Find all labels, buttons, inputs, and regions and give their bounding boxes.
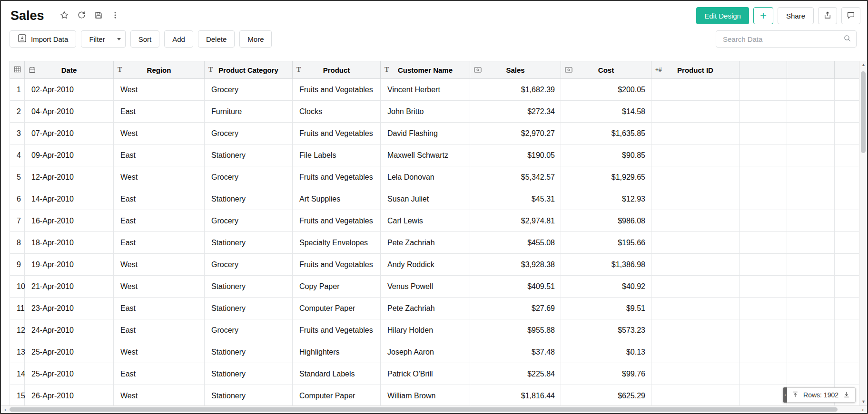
cell-region[interactable]: West [114, 385, 205, 406]
cell-product-category[interactable]: Grocery [205, 319, 293, 341]
cell-cost[interactable]: $1,386.98 [561, 254, 651, 276]
select-all-header[interactable] [10, 61, 25, 79]
cell-product-id[interactable] [651, 210, 740, 232]
cell-empty[interactable] [740, 101, 787, 123]
cell-product-id[interactable] [651, 363, 740, 385]
cell-product-category[interactable]: Grocery [205, 254, 293, 276]
scroll-to-top-button[interactable] [791, 391, 799, 400]
edit-design-button[interactable]: Edit Design [696, 7, 749, 24]
cell-empty[interactable] [835, 144, 859, 166]
share-button[interactable]: Share [778, 7, 814, 24]
cell-product-category[interactable]: Stationery [205, 298, 293, 319]
cell-empty[interactable] [835, 166, 859, 188]
cell-product[interactable]: Computer Paper [293, 385, 381, 406]
cell-sales[interactable]: $27.69 [470, 298, 561, 319]
cell-empty[interactable] [740, 188, 787, 210]
cell-date[interactable]: 25-Apr-2010 [25, 341, 114, 363]
cell-empty[interactable] [740, 210, 787, 232]
export-button[interactable] [818, 7, 837, 24]
cell-product[interactable]: Fruits and Vegetables [293, 319, 381, 341]
cell-empty[interactable] [835, 319, 859, 341]
cell-customer-name[interactable]: Venus Powell [381, 276, 470, 298]
cell-region[interactable]: West [114, 166, 205, 188]
row-number[interactable]: 7 [10, 210, 25, 232]
row-number[interactable]: 9 [10, 254, 25, 276]
column-header-product-category[interactable]: T Product Category [205, 61, 293, 79]
filter-dropdown-button[interactable] [113, 30, 126, 48]
column-header-empty[interactable] [787, 61, 835, 79]
cell-product-category[interactable]: Stationery [205, 385, 293, 406]
cell-date[interactable]: 24-Apr-2010 [25, 319, 114, 341]
cell-empty[interactable] [835, 210, 859, 232]
cell-empty[interactable] [740, 232, 787, 254]
scroll-to-bottom-button[interactable] [843, 391, 850, 400]
column-header-date[interactable]: Date [25, 61, 114, 79]
cell-cost[interactable]: $12.93 [561, 188, 651, 210]
cell-customer-name[interactable]: Lela Donovan [381, 166, 470, 188]
cell-empty[interactable] [835, 232, 859, 254]
cell-product[interactable]: Art Supplies [293, 188, 381, 210]
cell-product-id[interactable] [651, 276, 740, 298]
cell-empty[interactable] [787, 123, 835, 144]
cell-empty[interactable] [835, 363, 859, 385]
column-header-product[interactable]: T Product [293, 61, 381, 79]
cell-product[interactable]: Fruits and Vegetables [293, 79, 381, 101]
cell-sales[interactable]: $190.05 [470, 144, 561, 166]
row-number[interactable]: 5 [10, 166, 25, 188]
column-header-sales[interactable]: Sales [470, 61, 561, 79]
cell-empty[interactable] [740, 144, 787, 166]
cell-product-id[interactable] [651, 232, 740, 254]
cell-date[interactable]: 26-Apr-2010 [25, 385, 114, 406]
cell-product-category[interactable]: Grocery [205, 123, 293, 144]
row-number[interactable]: 15 [10, 385, 25, 406]
cell-cost[interactable]: $40.92 [561, 276, 651, 298]
cell-empty[interactable] [787, 254, 835, 276]
cell-sales[interactable]: $955.88 [470, 319, 561, 341]
cell-sales[interactable]: $37.48 [470, 341, 561, 363]
search-input[interactable] [722, 35, 843, 44]
cell-sales[interactable]: $5,342.57 [470, 166, 561, 188]
cell-cost[interactable]: $1,635.85 [561, 123, 651, 144]
cell-sales[interactable]: $455.08 [470, 232, 561, 254]
cell-empty[interactable] [787, 319, 835, 341]
cell-empty[interactable] [787, 144, 835, 166]
cell-region[interactable]: West [114, 341, 205, 363]
add-button[interactable]: Add [164, 30, 193, 48]
cell-cost[interactable]: $986.08 [561, 210, 651, 232]
cell-date[interactable]: 04-Apr-2010 [25, 101, 114, 123]
cell-product[interactable]: Fruits and Vegetables [293, 210, 381, 232]
cell-product-id[interactable] [651, 385, 740, 406]
cell-date[interactable]: 21-Apr-2010 [25, 276, 114, 298]
cell-empty[interactable] [835, 101, 859, 123]
cell-customer-name[interactable]: Joseph Aaron [381, 341, 470, 363]
cell-cost[interactable]: $99.76 [561, 363, 651, 385]
cell-sales[interactable]: $409.51 [470, 276, 561, 298]
cell-customer-name[interactable]: Susan Juliet [381, 188, 470, 210]
cell-sales[interactable]: $225.84 [470, 363, 561, 385]
cell-empty[interactable] [835, 188, 859, 210]
badge-collapse-handle[interactable]: ‹ [783, 387, 787, 403]
cell-empty[interactable] [740, 363, 787, 385]
cell-empty[interactable] [787, 298, 835, 319]
row-number[interactable]: 12 [10, 319, 25, 341]
cell-product-id[interactable] [651, 144, 740, 166]
cell-customer-name[interactable]: Hilary Holden [381, 319, 470, 341]
cell-customer-name[interactable]: John Britto [381, 101, 470, 123]
scroll-up-button[interactable]: ▲ [859, 62, 868, 67]
cell-region[interactable]: West [114, 254, 205, 276]
column-header-cost[interactable]: Cost [561, 61, 651, 79]
cell-empty[interactable] [787, 166, 835, 188]
cell-cost[interactable]: $90.85 [561, 144, 651, 166]
cell-empty[interactable] [740, 298, 787, 319]
cell-customer-name[interactable]: William Brown [381, 385, 470, 406]
cell-product-id[interactable] [651, 101, 740, 123]
cell-empty[interactable] [835, 254, 859, 276]
row-number[interactable]: 10 [10, 276, 25, 298]
cell-product-category[interactable]: Stationery [205, 363, 293, 385]
cell-product-category[interactable]: Grocery [205, 79, 293, 101]
cell-date[interactable]: 19-Apr-2010 [25, 254, 114, 276]
favorite-button[interactable] [59, 10, 69, 21]
cell-product[interactable]: Computer Paper [293, 298, 381, 319]
cell-region[interactable]: East [114, 144, 205, 166]
cell-product[interactable]: Standard Labels [293, 363, 381, 385]
